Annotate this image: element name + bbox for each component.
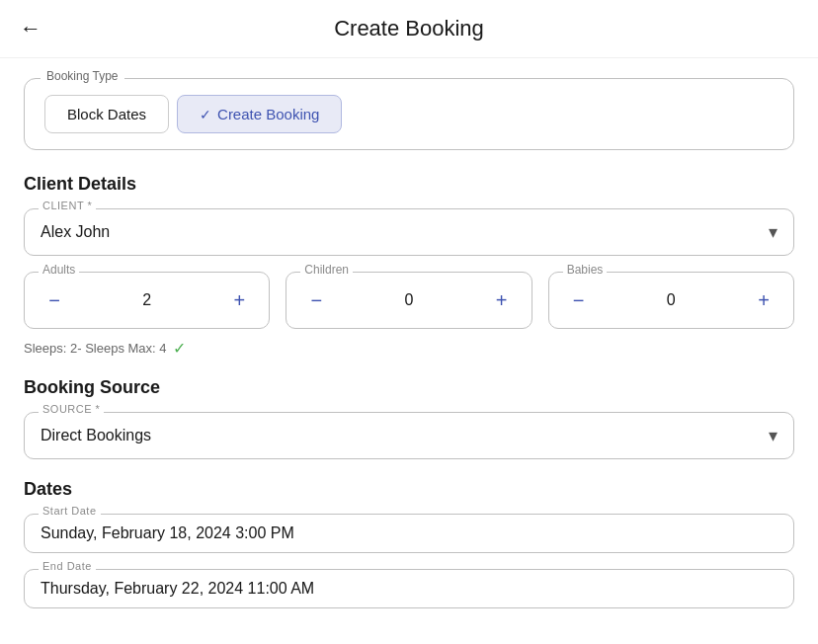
- adults-label: Adults: [39, 263, 79, 277]
- sleeps-text: Sleeps: 2- Sleeps Max: 4: [24, 341, 167, 356]
- plus-icon: +: [758, 289, 770, 312]
- booking-type-buttons: Block Dates ✓ Create Booking: [44, 95, 774, 133]
- source-field-row: Direct Bookings ▾: [41, 423, 777, 448]
- end-date-field[interactable]: End Date Thursday, February 22, 2024 11:…: [24, 569, 794, 608]
- header: ← Create Booking: [0, 0, 818, 58]
- source-field-value: Direct Bookings: [41, 423, 151, 448]
- client-details-title: Client Details: [24, 174, 794, 195]
- start-date-label: Start Date: [39, 505, 101, 517]
- active-check-icon: ✓: [200, 107, 211, 122]
- client-field[interactable]: CLIENT * Alex John ▾: [24, 208, 794, 256]
- back-button[interactable]: ←: [20, 16, 41, 41]
- client-field-row: Alex John ▾: [41, 219, 777, 245]
- source-field[interactable]: SOURCE * Direct Bookings ▾: [24, 412, 794, 459]
- back-icon: ←: [20, 16, 41, 41]
- counters-row: Adults − 2 + Children −: [24, 272, 794, 329]
- plus-icon: +: [233, 289, 245, 312]
- babies-minus-button[interactable]: −: [565, 286, 593, 314]
- babies-value: 0: [667, 291, 676, 309]
- adults-plus-button[interactable]: +: [225, 286, 253, 314]
- babies-controls: − 0 +: [565, 282, 777, 318]
- create-booking-button[interactable]: ✓ Create Booking: [177, 95, 342, 133]
- minus-icon: −: [310, 289, 322, 312]
- client-details-section: Client Details CLIENT * Alex John ▾ Adul…: [24, 174, 794, 358]
- children-counter: Children − 0 +: [286, 272, 532, 329]
- client-field-label: CLIENT *: [39, 200, 96, 211]
- end-date-label: End Date: [39, 560, 96, 572]
- children-plus-button[interactable]: +: [488, 286, 516, 314]
- minus-icon: −: [48, 289, 60, 312]
- main-content: Booking Type Block Dates ✓ Create Bookin…: [0, 58, 818, 644]
- booking-source-section: Booking Source SOURCE * Direct Bookings …: [24, 377, 794, 459]
- page-title: Create Booking: [334, 16, 484, 41]
- adults-minus-button[interactable]: −: [41, 286, 68, 314]
- babies-plus-button[interactable]: +: [750, 286, 777, 314]
- dates-section: Dates Start Date Sunday, February 18, 20…: [24, 479, 794, 608]
- client-dropdown-arrow: ▾: [769, 221, 777, 243]
- children-controls: − 0 +: [302, 282, 515, 318]
- children-minus-button[interactable]: −: [302, 286, 330, 314]
- source-dropdown-arrow: ▾: [769, 425, 777, 446]
- booking-source-title: Booking Source: [24, 377, 794, 398]
- adults-value: 2: [142, 291, 151, 309]
- start-date-field[interactable]: Start Date Sunday, February 18, 2024 3:0…: [24, 514, 794, 553]
- sleeps-info: Sleeps: 2- Sleeps Max: 4 ✓: [24, 339, 794, 358]
- children-label: Children: [300, 263, 353, 277]
- dates-title: Dates: [24, 479, 794, 500]
- end-date-value: Thursday, February 22, 2024 11:00 AM: [41, 576, 314, 601]
- adults-controls: − 2 +: [41, 282, 253, 318]
- start-date-value: Sunday, February 18, 2024 3:00 PM: [41, 521, 294, 545]
- plus-icon: +: [496, 289, 508, 312]
- children-value: 0: [405, 291, 414, 309]
- block-dates-button[interactable]: Block Dates: [44, 95, 169, 133]
- minus-icon: −: [573, 289, 585, 312]
- booking-type-label: Booking Type: [41, 69, 124, 83]
- booking-type-section: Booking Type Block Dates ✓ Create Bookin…: [24, 78, 794, 150]
- client-field-value: Alex John: [41, 219, 110, 245]
- babies-counter: Babies − 0 +: [548, 272, 794, 329]
- babies-label: Babies: [563, 263, 608, 277]
- source-field-label: SOURCE *: [39, 403, 104, 415]
- sleeps-check-icon: ✓: [173, 339, 186, 358]
- adults-counter: Adults − 2 +: [24, 272, 270, 329]
